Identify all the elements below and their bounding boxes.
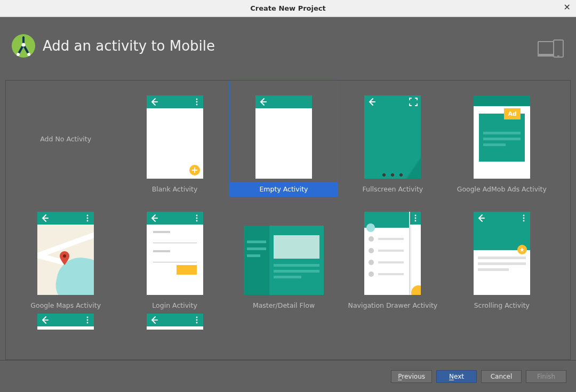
fab-icon bbox=[189, 165, 200, 175]
template-label: Google AdMob Ads Activity bbox=[448, 182, 556, 196]
svg-point-14 bbox=[63, 254, 66, 258]
template-master-detail-flow[interactable]: Master/Detail Flow bbox=[229, 197, 338, 313]
window-titlebar: Create New Project ✕ bbox=[0, 0, 576, 17]
wizard-footer: Previous Next Cancel Finish bbox=[0, 360, 576, 392]
svg-point-12 bbox=[87, 218, 89, 219]
template-gallery: Add No Activity bbox=[5, 80, 571, 360]
template-thumbnail bbox=[255, 95, 312, 179]
template-thumbnail bbox=[147, 212, 203, 295]
template-scrolling-activity[interactable]: ★ Scrolling Activity bbox=[447, 197, 556, 313]
back-arrow-icon bbox=[150, 98, 158, 108]
svg-point-25 bbox=[87, 319, 89, 321]
back-arrow-icon bbox=[367, 98, 376, 108]
template-gallery-scroll[interactable]: Add No Activity bbox=[6, 81, 562, 359]
nav-dots-icon bbox=[364, 173, 421, 177]
cancel-button[interactable]: Cancel bbox=[481, 370, 522, 383]
svg-point-3 bbox=[27, 53, 30, 56]
svg-point-10 bbox=[196, 104, 197, 106]
template-admob-activity[interactable]: Ad Google AdMob Ads Activity bbox=[447, 81, 556, 197]
overflow-menu-icon bbox=[521, 214, 527, 224]
template-label: Empty Activity bbox=[230, 182, 338, 196]
overflow-menu-icon bbox=[194, 214, 200, 224]
svg-point-11 bbox=[87, 215, 89, 217]
template-thumbnail bbox=[37, 314, 94, 330]
overflow-menu-icon bbox=[84, 214, 91, 224]
svg-point-1 bbox=[22, 43, 26, 47]
window-close-button[interactable]: ✕ bbox=[564, 2, 571, 12]
overflow-menu-icon bbox=[412, 214, 419, 224]
back-arrow-icon bbox=[41, 316, 49, 326]
template-thumbnail bbox=[147, 314, 203, 330]
android-studio-logo-icon bbox=[11, 33, 36, 59]
template-add-no-activity[interactable]: Add No Activity bbox=[11, 81, 120, 197]
template-label: Scrolling Activity bbox=[448, 298, 556, 313]
svg-point-24 bbox=[87, 317, 89, 318]
template-google-maps-activity[interactable]: Google Maps Activity bbox=[11, 197, 120, 313]
template-label: Google Maps Activity bbox=[12, 298, 119, 313]
template-thumbnail: ★ bbox=[474, 212, 530, 295]
template-login-activity[interactable]: Login Activity bbox=[120, 197, 229, 313]
overflow-menu-icon bbox=[194, 316, 200, 326]
svg-point-2 bbox=[17, 53, 20, 56]
form-factor-icon bbox=[538, 39, 564, 61]
back-arrow-icon bbox=[150, 316, 158, 326]
svg-point-26 bbox=[87, 322, 89, 324]
template-thumbnail bbox=[364, 212, 421, 295]
overflow-menu-icon bbox=[84, 316, 91, 326]
template-fullscreen-activity[interactable]: Fullscreen Activity bbox=[338, 81, 447, 197]
template-thumbnail: Ad bbox=[474, 95, 530, 179]
overflow-menu-icon bbox=[194, 98, 200, 108]
svg-point-29 bbox=[196, 322, 197, 324]
svg-point-20 bbox=[415, 220, 417, 222]
template-thumbnail bbox=[364, 95, 421, 179]
svg-rect-6 bbox=[554, 40, 563, 57]
template-thumbnail bbox=[244, 226, 324, 295]
svg-point-28 bbox=[196, 319, 197, 321]
template-thumbnail bbox=[147, 95, 203, 179]
back-arrow-icon bbox=[477, 214, 485, 225]
template-label: Blank Activity bbox=[121, 182, 228, 196]
star-fab-icon: ★ bbox=[517, 245, 527, 254]
back-arrow-icon bbox=[41, 214, 49, 225]
svg-point-17 bbox=[196, 220, 197, 222]
svg-point-13 bbox=[87, 220, 89, 222]
template-row-peek[interactable] bbox=[120, 313, 229, 329]
previous-button[interactable]: Previous bbox=[391, 370, 432, 383]
svg-point-21 bbox=[523, 215, 524, 217]
fullscreen-icon bbox=[409, 98, 418, 108]
svg-point-16 bbox=[196, 218, 197, 219]
window-title: Create New Project bbox=[250, 4, 325, 12]
wizard-title: Add an activity to Mobile bbox=[43, 38, 215, 54]
map-pin-icon bbox=[60, 251, 69, 267]
svg-point-27 bbox=[196, 317, 197, 318]
svg-point-8 bbox=[196, 99, 197, 100]
finish-button: Finish bbox=[526, 370, 566, 383]
back-arrow-icon bbox=[259, 98, 267, 108]
svg-point-9 bbox=[196, 101, 197, 103]
next-button[interactable]: Next bbox=[436, 370, 477, 383]
template-label: Add No Activity bbox=[12, 132, 119, 146]
wizard-body: Add No Activity bbox=[0, 75, 576, 360]
svg-point-15 bbox=[196, 215, 197, 217]
template-row-peek[interactable] bbox=[11, 313, 120, 329]
template-label: Fullscreen Activity bbox=[339, 182, 446, 196]
template-label: Login Activity bbox=[121, 298, 228, 313]
svg-rect-7 bbox=[557, 55, 559, 57]
fab-icon bbox=[411, 285, 421, 295]
template-navigation-drawer-activity[interactable]: Navigation Drawer Activity bbox=[338, 197, 447, 313]
template-thumbnail bbox=[37, 212, 94, 295]
svg-point-22 bbox=[523, 218, 524, 219]
back-arrow-icon bbox=[150, 214, 158, 225]
ad-badge: Ad bbox=[504, 108, 520, 119]
template-empty-activity[interactable]: Empty Activity bbox=[229, 81, 338, 197]
template-label: Master/Detail Flow bbox=[230, 298, 338, 313]
template-blank-activity[interactable]: Blank Activity bbox=[120, 81, 229, 197]
template-label: Navigation Drawer Activity bbox=[339, 298, 446, 313]
svg-point-19 bbox=[415, 218, 417, 219]
svg-point-18 bbox=[415, 215, 417, 217]
svg-point-23 bbox=[523, 220, 524, 222]
wizard-header: Add an activity to Mobile bbox=[0, 17, 576, 75]
